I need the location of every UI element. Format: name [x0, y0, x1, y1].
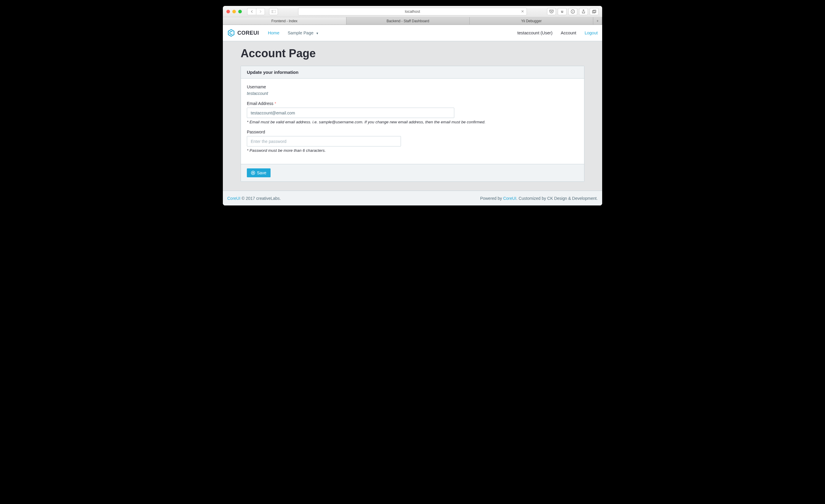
page-title: Account Page: [241, 47, 584, 60]
username-group: Username testaccount: [247, 84, 578, 96]
new-tab-button[interactable]: +: [593, 17, 602, 24]
username-label: Username: [247, 84, 578, 89]
footer-powered-prefix: Powered by: [480, 196, 503, 201]
maximize-window-button[interactable]: [238, 10, 242, 13]
app-content: COREUI Home Sample Page ▼ testaccount (U…: [223, 25, 602, 206]
username-value: testaccount: [247, 91, 578, 96]
nav-left: Home Sample Page ▼: [268, 30, 319, 35]
card-footer: Save: [241, 164, 584, 182]
svg-point-8: [252, 172, 254, 174]
email-field[interactable]: [247, 107, 454, 118]
svg-rect-6: [593, 10, 596, 12]
browser-tabbar: Frontend - Index Backend - Staff Dashboa…: [223, 17, 602, 25]
password-help-text: * Password must be more than 6 character…: [247, 148, 578, 153]
browser-titlebar: localhost ✕ u: [223, 6, 602, 17]
app-footer: CoreUI © 2017 creativeLabs. Powered by C…: [223, 191, 602, 206]
address-bar[interactable]: localhost ✕: [298, 8, 527, 15]
nav-logout[interactable]: Logout: [585, 30, 598, 35]
footer-left: CoreUI © 2017 creativeLabs.: [227, 196, 281, 201]
traffic-lights: [226, 10, 242, 13]
sidebar-toggle-button[interactable]: [269, 8, 278, 15]
save-dot-icon: [251, 171, 255, 175]
svg-rect-5: [592, 11, 595, 13]
pocket-icon[interactable]: [547, 8, 556, 15]
nav-buttons: [247, 8, 265, 15]
page-content: Account Page Update your information Use…: [223, 41, 602, 191]
chevron-down-icon: ▼: [316, 32, 319, 35]
brand-text: COREUI: [237, 30, 259, 36]
save-button[interactable]: Save: [247, 168, 271, 177]
share-icon[interactable]: [579, 8, 588, 15]
address-bar-text: localhost: [405, 9, 420, 14]
browser-window: localhost ✕ u Frontend - Index Backend -…: [223, 6, 602, 206]
password-field[interactable]: [247, 136, 401, 146]
nav-sample-page[interactable]: Sample Page ▼: [288, 30, 319, 35]
nav-account[interactable]: Account: [561, 30, 576, 35]
card-header: Update your information: [241, 66, 584, 79]
chrome-toolbar-icons: u: [547, 8, 599, 15]
footer-brand-link[interactable]: CoreUI: [227, 196, 240, 201]
svg-rect-0: [272, 10, 276, 13]
minimize-window-button[interactable]: [232, 10, 236, 13]
back-button[interactable]: [247, 8, 256, 15]
browser-tab-2[interactable]: Yii Debugger: [470, 17, 593, 24]
footer-powered-link[interactable]: CoreUI: [503, 196, 516, 201]
info-icon[interactable]: [569, 8, 577, 15]
logo-hexagon-icon: [227, 29, 235, 37]
email-group: Email Address * * Email must be valid em…: [247, 101, 578, 124]
browser-tab-0[interactable]: Frontend - Index: [223, 17, 347, 24]
account-card: Update your information Username testacc…: [241, 66, 584, 182]
forward-button[interactable]: [256, 8, 265, 15]
footer-powered-suffix: . Customized by CK Design & Development.: [516, 196, 598, 201]
browser-tab-1[interactable]: Backend - Staff Dashboard: [347, 17, 470, 24]
required-star-icon: *: [275, 101, 276, 106]
email-help-text: * Email must be valid email address. i.e…: [247, 120, 578, 124]
password-label: Password: [247, 130, 578, 134]
nav-right: testaccount (User) Account Logout: [517, 30, 598, 35]
card-body: Username testaccount Email Address * * E…: [241, 79, 584, 164]
nav-home[interactable]: Home: [268, 30, 280, 35]
footer-right: Powered by CoreUI. Customized by CK Desi…: [480, 196, 598, 201]
brand-logo[interactable]: COREUI: [227, 29, 259, 37]
ublock-icon[interactable]: u: [558, 8, 567, 15]
footer-copyright: © 2017 creativeLabs.: [240, 196, 281, 201]
close-window-button[interactable]: [226, 10, 230, 13]
clear-address-icon[interactable]: ✕: [521, 9, 524, 14]
nav-user-label[interactable]: testaccount (User): [517, 30, 552, 35]
app-header: COREUI Home Sample Page ▼ testaccount (U…: [223, 25, 602, 41]
email-label: Email Address *: [247, 101, 578, 106]
password-group: Password * Password must be more than 6 …: [247, 130, 578, 153]
tabs-icon[interactable]: [590, 8, 599, 15]
